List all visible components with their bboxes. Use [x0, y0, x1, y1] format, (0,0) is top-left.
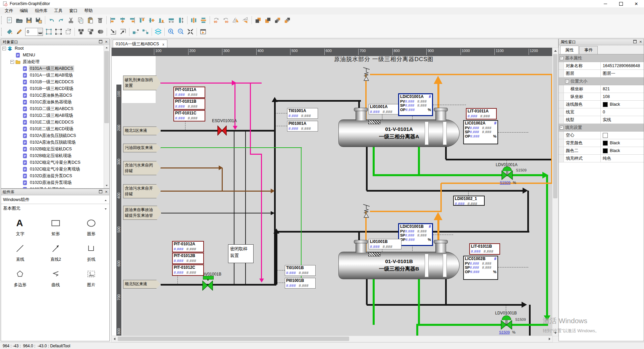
toolbar-new-button[interactable] [5, 15, 14, 25]
stream-flag-4[interactable]: 含油污水来自开排罐 [123, 184, 161, 198]
menu-item-1[interactable]: 编辑 [16, 7, 32, 14]
property-group-0[interactable]: 基本属性 [559, 54, 644, 62]
property-value[interactable]: Black [601, 101, 644, 108]
tree-item-11[interactable]: P0101E二级三相CDDCS [1, 119, 104, 126]
instrument-LIC01002A[interactable]: LIC01002A#PV#.####.###SP#.####.###OP#.##… [463, 120, 498, 144]
stream-flag-0[interactable]: 破乳剂来自加药装置 [123, 76, 161, 90]
tab-properties[interactable]: 属性 [560, 46, 579, 54]
maximize-button[interactable] [613, 0, 629, 7]
toolbar-distribute-v-button[interactable] [199, 15, 208, 25]
instrument-PIT-01012B[interactable]: PIT-01012B#.####.### [172, 253, 204, 264]
panel-float-icon[interactable] [98, 189, 103, 194]
toolbar-group-button[interactable] [76, 27, 86, 37]
menu-item-2[interactable]: 组件库 [32, 7, 51, 14]
tree-item-10[interactable]: P0101D二级三相AB现场 [1, 112, 104, 119]
toolbar-save-button[interactable] [24, 15, 34, 25]
stream-flag-1[interactable]: 顺北1区来液 [123, 127, 161, 135]
toolbar-pen-button[interactable] [14, 27, 24, 37]
tree-expander-icon[interactable] [10, 60, 14, 64]
toolbar-resize-ne-button[interactable] [118, 27, 128, 37]
component-curve[interactable]: 曲线 [39, 267, 73, 291]
instrument-PIT-01012A[interactable]: PIT-01012A#.####.### [172, 241, 204, 252]
tree-item-18[interactable]: P0102C稳定气冷凝分离现场 [1, 166, 104, 172]
toolbar-flip-h-button[interactable] [231, 15, 240, 25]
component-rect[interactable]: 矩形 [39, 216, 73, 240]
spinner-up-icon[interactable] [38, 28, 43, 32]
toolbar-rotate-ccw-button[interactable]: 90 [221, 15, 231, 25]
instrument-TI01001A[interactable]: TI01001A#.####.### [287, 108, 318, 119]
instrument-PI01001B[interactable]: PI01001B#.####.### [285, 278, 316, 289]
toolbar-connector-button[interactable] [131, 27, 141, 37]
panel-float-icon[interactable] [633, 39, 637, 44]
scroll-up-icon[interactable] [554, 50, 557, 52]
tree-item-9[interactable]: P0101D二级三相ABDCS [1, 105, 104, 112]
property-value[interactable]: 821 [601, 85, 644, 93]
property-group-9[interactable]: 填充设置 [559, 124, 644, 132]
canvas-vscrollbar[interactable] [552, 48, 558, 336]
scroll-up-icon[interactable] [104, 45, 109, 50]
tree-item-1[interactable]: PMENU [1, 52, 104, 58]
instrument-LDIC01001A[interactable]: LDIC01001A#PV#.####.###SP#.####.###OP#.#… [398, 93, 433, 116]
property-value[interactable]: Black [601, 147, 644, 154]
tree-item-8[interactable]: P0101C原油换热器现场 [1, 99, 104, 105]
esdv-valve-closed-icon[interactable] [217, 126, 227, 136]
component-text[interactable]: A文字 [3, 216, 37, 240]
component-line[interactable]: 直线 [3, 241, 37, 265]
toolbar-send-back-button[interactable] [263, 15, 273, 25]
close-button[interactable]: ✕ [629, 0, 644, 7]
tree-item-0[interactable]: Root [1, 45, 104, 52]
tree-item-12[interactable]: P0101E二级三相CD现场 [1, 126, 104, 132]
tab-close-icon[interactable]: x [162, 42, 164, 46]
stream-flag-5[interactable]: 原油来自事故油罐提升泵来油管 [123, 206, 161, 220]
canvas-viewport[interactable]: 100200300400500600700800900100011001200 … [111, 48, 552, 336]
toolbar-flip-v-button[interactable] [240, 15, 250, 25]
stream-flag-3[interactable]: 含油污水来自闭排罐 [123, 161, 161, 175]
property-group-3[interactable]: 位置大小 [559, 78, 644, 85]
component-polyline[interactable]: 折线 [74, 241, 108, 265]
toolbar-copy-button[interactable] [76, 15, 86, 25]
toolbar-save-as-button[interactable] [34, 15, 44, 25]
tab-events[interactable]: 事件 [579, 46, 598, 54]
vessel-separator-b[interactable]: 01-V-0101B 一级三相分离器B [338, 252, 460, 279]
vessel-separator-a[interactable]: 01-V-0101A 一级三相分离器A [338, 119, 460, 147]
tree-item-20[interactable]: P0102D原油提升泵现场 [1, 179, 104, 186]
component-ellipse[interactable]: 圆形 [74, 216, 108, 240]
valve-readout[interactable]: S1509 [500, 181, 511, 185]
instrument-LDIC01001B[interactable]: LDIC01001B#PV#.####.###SP#.####.###OP#.#… [398, 223, 433, 246]
panel-close-icon[interactable]: ✕ [104, 189, 109, 194]
library-category-windows[interactable]: Windows组件 [1, 195, 109, 204]
toolbar-rotate-cw-button[interactable]: 90 [211, 15, 221, 25]
toolbar-align-center-button[interactable] [118, 15, 127, 25]
tree-item-5[interactable]: P0101B一级三相CDDCS [1, 79, 104, 85]
stream-flag-6[interactable]: 顺北5区来液 [123, 280, 161, 289]
tree-item-21[interactable]: P0103混合处理DCS [1, 186, 104, 188]
scroll-down-icon[interactable] [554, 332, 557, 334]
instrument-LIT-01011B[interactable]: LIT-01011B#.####.### [469, 243, 500, 255]
control-valve-icon[interactable] [501, 320, 512, 330]
checkbox[interactable] [603, 133, 608, 138]
property-value[interactable]: 实线 [601, 116, 644, 123]
tree-item-16[interactable]: P0102B稳定压缩机现场 [1, 152, 104, 159]
scroll-down-icon[interactable] [104, 183, 109, 188]
scrollbar-thumb[interactable] [118, 337, 349, 341]
toolbar-distribute-h-button[interactable] [189, 15, 199, 25]
menu-item-4[interactable]: 窗口 [66, 7, 81, 14]
toolbar-zoom-out-button[interactable] [176, 27, 185, 37]
toolbar-zoom-fit-button[interactable] [185, 27, 195, 37]
menu-item-3[interactable]: 工具 [51, 7, 66, 14]
spinner-buttons[interactable] [38, 28, 43, 36]
scroll-right-icon[interactable] [549, 338, 550, 340]
instrument-PIT-01011A[interactable]: PIT-01011A#.####.### [173, 87, 205, 98]
instrument-LDI01002_1[interactable]: LDI01002_1#.####.### [453, 196, 485, 206]
component-image[interactable]: 图片 [74, 267, 108, 291]
toolbar-align-right-button[interactable] [127, 15, 137, 25]
panel-float-icon[interactable] [98, 39, 103, 44]
scrollbar-thumb[interactable] [553, 54, 557, 198]
tree-item-2[interactable]: 原油处理 [1, 58, 104, 65]
toolbar-align-bottom-button[interactable] [157, 15, 166, 25]
tree-item-6[interactable]: P0101B一级三相CD现场 [1, 85, 104, 92]
instrument-LIC01002B[interactable]: LIC01002B#PV#.####.###SP#.####.###OP#.##… [463, 256, 498, 280]
sample-device-box[interactable]: 密闭取样 装置 [228, 244, 254, 263]
menu-item-0[interactable]: 文件 [1, 7, 16, 14]
tree-item-13[interactable]: P0102A原油负压脱硫DCS [1, 132, 104, 139]
